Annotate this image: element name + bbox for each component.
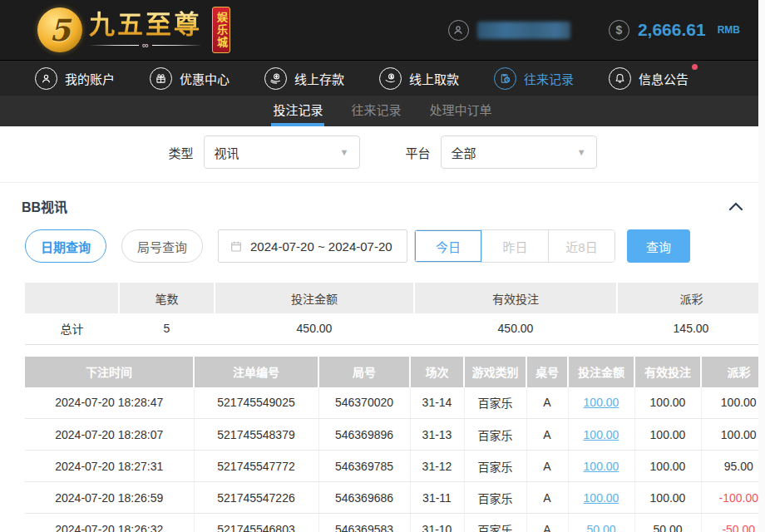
cell-game-type: 百家乐 — [464, 514, 526, 532]
cell-game-type: 百家乐 — [464, 387, 526, 419]
tab-bet-records[interactable]: 投注记录 — [271, 96, 324, 126]
filter-row: 类型 视讯 ▼ 平台 全部 ▼ — [0, 126, 765, 177]
nav-transaction-records[interactable]: 往来记录 — [494, 67, 574, 90]
cell-time: 2024-07-20 18:26:59 — [25, 482, 194, 514]
record-tabs: 投注记录 往来记录 处理中订单 — [0, 96, 765, 126]
cell-time: 2024-07-20 18:28:07 — [25, 419, 194, 451]
brand-logo[interactable]: 5 九五至尊 ∞ 娱乐城 — [37, 7, 230, 53]
search-button[interactable]: 查询 — [627, 229, 690, 263]
nav-label: 信息公告 — [639, 70, 688, 87]
platform-select[interactable]: 全部 ▼ — [441, 135, 597, 169]
nav-label: 我的账户 — [65, 70, 115, 87]
nav-deposit[interactable]: 线上存款 — [264, 67, 344, 90]
cell-valid-bet: 100.00 — [634, 451, 701, 482]
main-nav: 我的账户 优惠中心 线上存款 线上 — [0, 60, 765, 96]
cell-session: 31-12 — [410, 451, 464, 482]
table-row: 2024-07-20 18:26:32 521745546803 5463695… — [25, 514, 765, 532]
vertical-scrollbar[interactable] — [758, 0, 765, 532]
type-select[interactable]: 视讯 ▼ — [204, 135, 360, 169]
top-header-bar: 5 九五至尊 ∞ 娱乐城 $ 2,666.61 RMB — [0, 0, 765, 60]
table-row: 2024-07-20 18:27:31 521745547772 5463697… — [25, 451, 765, 482]
summary-total-valid: 450.00 — [414, 313, 617, 344]
brand-subtitle-badge: 娱乐城 — [212, 7, 230, 53]
cell-round-no: 546369785 — [318, 451, 410, 482]
nav-label: 往来记录 — [524, 70, 574, 87]
bet-amount-link[interactable]: 100.00 — [584, 460, 619, 473]
bet-amount-link[interactable]: 100.00 — [584, 396, 619, 409]
bet-records-table: 下注时间 注单编号 局号 场次 游戏类别 桌号 投注金额 有效投注 派彩 202… — [25, 357, 765, 532]
account-icon — [35, 67, 57, 90]
summary-total-bet: 450.00 — [215, 313, 414, 344]
gift-icon — [150, 67, 172, 90]
col-game-type: 游戏类别 — [464, 357, 526, 387]
nav-label: 线上取款 — [409, 70, 459, 87]
cell-table-no: A — [526, 514, 568, 532]
cell-payout: 100.00 — [701, 419, 765, 451]
withdraw-coin-icon — [379, 67, 402, 90]
round-query-button[interactable]: 局号查询 — [121, 229, 203, 263]
cell-session: 31-11 — [410, 482, 464, 514]
nav-label: 优惠中心 — [180, 70, 230, 87]
summary-header-row: 笔数 投注金额 有效投注 派彩 — [25, 283, 765, 313]
cell-order-no: 521745547772 — [194, 451, 318, 482]
chevron-down-icon: ▼ — [340, 147, 349, 157]
nav-announcements[interactable]: 信息公告 — [609, 67, 688, 90]
date-query-button[interactable]: 日期查询 — [25, 229, 106, 263]
table-row: 2024-07-20 18:28:07 521745548379 5463698… — [25, 419, 765, 451]
col-table-no: 桌号 — [526, 357, 568, 387]
cell-game-type: 百家乐 — [464, 419, 526, 451]
cell-session: 31-13 — [410, 419, 464, 451]
date-range-value: 2024-07-20 ~ 2024-07-20 — [250, 239, 392, 254]
cell-payout: 100.00 — [701, 387, 765, 419]
username-redacted[interactable] — [477, 22, 570, 39]
today-button[interactable]: 今日 — [415, 230, 481, 262]
balance-amount: 2,666.61 — [638, 20, 706, 40]
nav-label: 线上存款 — [294, 70, 344, 87]
table-row: 2024-07-20 18:26:59 521745547226 5463696… — [25, 482, 765, 514]
user-icon — [448, 20, 469, 41]
cell-time: 2024-07-20 18:26:32 — [25, 514, 194, 532]
last8days-button[interactable]: 近8日 — [548, 230, 614, 262]
cell-order-no: 521745546803 — [194, 514, 318, 532]
chevron-down-icon: ▼ — [577, 147, 586, 157]
cell-game-type: 百家乐 — [464, 482, 526, 514]
table-row: 2024-07-20 18:28:47 521745549025 5463700… — [25, 387, 765, 419]
cell-table-no: A — [526, 451, 568, 482]
col-bet-amount: 投注金额 — [568, 357, 634, 387]
brand-logo-icon: 5 — [37, 7, 82, 52]
tab-transaction-records[interactable]: 往来记录 — [349, 96, 402, 126]
calendar-icon — [230, 239, 243, 253]
account-summary: $ 2,666.61 RMB — [448, 20, 740, 41]
bet-amount-link[interactable]: 50.00 — [586, 523, 615, 532]
summary-total-count: 5 — [119, 313, 215, 344]
date-range-input[interactable]: 2024-07-20 ~ 2024-07-20 — [218, 229, 407, 263]
tab-pending-orders[interactable]: 处理中订单 — [428, 96, 494, 126]
cell-game-type: 百家乐 — [464, 451, 526, 482]
type-select-value: 视讯 — [215, 144, 239, 161]
col-round-no: 局号 — [318, 357, 410, 387]
query-toolbar: 日期查询 局号查询 2024-07-20 ~ 2024-07-20 今日 昨日 … — [25, 229, 765, 263]
cell-payout: 95.00 — [701, 451, 765, 482]
summary-total-payout: 145.00 — [617, 313, 765, 344]
platform-filter-label: 平台 — [406, 144, 431, 161]
cell-order-no: 521745547226 — [194, 482, 318, 514]
nav-my-account[interactable]: 我的账户 — [35, 67, 115, 90]
cell-order-no: 521745549025 — [194, 387, 318, 419]
deposit-coins-icon — [264, 67, 287, 90]
cell-valid-bet: 100.00 — [634, 419, 701, 451]
col-valid-bet: 有效投注 — [634, 357, 701, 387]
bet-amount-link[interactable]: 100.00 — [584, 428, 619, 441]
cell-round-no: 546369583 — [318, 514, 410, 532]
records-clipboard-icon — [494, 67, 516, 90]
bet-amount-link[interactable]: 100.00 — [584, 491, 619, 505]
col-session: 场次 — [410, 357, 464, 387]
cell-payout: -50.00 — [701, 514, 765, 532]
yesterday-button[interactable]: 昨日 — [481, 230, 548, 262]
col-time: 下注时间 — [25, 357, 194, 387]
nav-withdraw[interactable]: 线上取款 — [379, 67, 459, 90]
summary-header-valid: 有效投注 — [414, 283, 617, 313]
nav-promotions[interactable]: 优惠中心 — [150, 67, 230, 90]
cell-valid-bet: 100.00 — [634, 482, 701, 514]
collapse-chevron-up-icon[interactable] — [728, 200, 743, 212]
cell-session: 31-10 — [410, 514, 464, 532]
